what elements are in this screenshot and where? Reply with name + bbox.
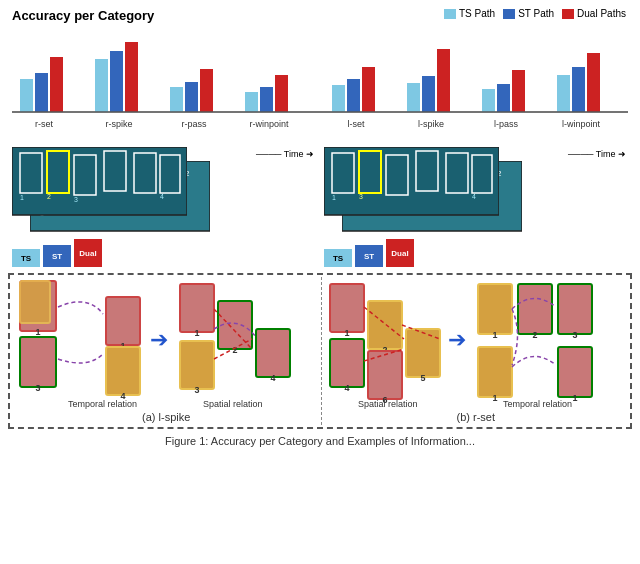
image-section: 2 1 3 1 2 3 4 ──── Time ➜ [0,143,640,271]
svg-rect-63 [330,339,364,387]
svg-text:1: 1 [35,327,40,337]
svg-rect-79 [558,284,592,334]
svg-rect-81 [478,347,512,397]
svg-rect-43 [20,281,50,323]
caption-b: (b) r-set [328,411,625,423]
cat-label-rset: r-set [35,119,53,129]
caption-a: (a) l-spike [18,411,315,423]
right-video-panel: 2 1 3 4 ──── Time ➜ TS ST Dual [324,147,628,267]
bar-st-rpass [185,82,198,112]
bar-st-lspike [422,76,435,112]
relation-panel-lspike: 1 3 1 4 ➔ 1 [12,277,322,425]
svg-rect-75 [478,284,512,334]
bar-dual-lpass [512,70,525,112]
svg-rect-77 [518,284,552,334]
bar-indicators-right: TS ST Dual [324,239,628,267]
cat-label-lpass: l-pass [494,119,519,129]
bar-dual-rset [50,57,63,112]
svg-text:Temporal relation: Temporal relation [68,399,137,409]
bar-ts-rset [20,79,33,112]
lspike-svg: 1 3 1 4 ➔ 1 [18,279,313,409]
svg-text:Temporal relation: Temporal relation [503,399,572,409]
svg-rect-65 [368,301,402,349]
svg-text:1: 1 [492,393,497,403]
svg-text:1: 1 [572,393,577,403]
cat-label-lwinpoint: l-winpoint [562,119,601,129]
svg-rect-44 [106,297,140,345]
bar-st-rset [35,73,48,112]
legend-ts: TS Path [444,8,495,19]
time-arrow-right: ──── Time ➜ [568,149,626,159]
svg-text:1: 1 [332,194,336,201]
bar-dual-lspike [437,49,450,112]
legend: TS Path ST Path Dual Paths [444,8,626,19]
svg-rect-41 [20,337,56,387]
cat-label-rpass: r-pass [181,119,207,129]
legend-st-label: ST Path [518,8,554,19]
svg-text:2: 2 [232,345,237,355]
legend-dual-label: Dual Paths [577,8,626,19]
svg-rect-61 [330,284,364,332]
left-video-panel: 2 1 3 1 2 3 4 ──── Time ➜ [12,147,316,267]
svg-text:4: 4 [160,193,164,200]
svg-text:4: 4 [472,193,476,200]
bar-ts-rwinpoint [245,92,258,112]
svg-rect-49 [180,284,214,332]
svg-rect-83 [558,347,592,397]
bar-st-lset [347,79,360,112]
svg-text:1: 1 [20,194,24,201]
svg-text:Spatial relation: Spatial relation [203,399,263,409]
bar-st-lpass [497,84,510,112]
svg-rect-55 [256,329,290,377]
svg-text:3: 3 [359,193,363,200]
svg-text:2: 2 [532,330,537,340]
bar-st-lwinpoint [572,67,585,112]
front-frame-right: 1 3 4 [324,147,499,219]
svg-text:5: 5 [420,373,425,383]
svg-text:➔: ➔ [150,327,168,352]
bar-ts-lpass [482,89,495,112]
svg-text:Spatial relation: Spatial relation [358,399,418,409]
ts-bar-right: TS [324,249,352,267]
legend-ts-label: TS Path [459,8,495,19]
bar-ts-lset [332,85,345,112]
st-bar-right: ST [355,245,383,267]
front-frame-left: 1 2 3 4 [12,147,187,219]
relation-panels-row: 1 3 1 4 ➔ 1 [12,277,628,425]
bar-ts-rspike [95,59,108,112]
legend-ts-color [444,9,456,19]
dual-bar-left: Dual [74,239,102,267]
chart-section: Accuracy per Category TS Path ST Path Du… [0,0,640,143]
svg-text:3: 3 [74,196,78,203]
svg-rect-69 [406,329,440,377]
bar-chart-svg: r-set r-spike r-pass r-winpoint l-set l-… [12,27,628,137]
bar-dual-rpass [200,69,213,112]
svg-text:3: 3 [572,330,577,340]
cat-label-lset: l-set [347,119,365,129]
cat-label-rwinpoint: r-winpoint [249,119,289,129]
svg-text:3: 3 [194,385,199,395]
legend-dual-color [562,9,574,19]
legend-st: ST Path [503,8,554,19]
svg-text:1: 1 [344,328,349,338]
st-bar-left: ST [43,245,71,267]
legend-st-color [503,9,515,19]
dual-bar-right: Dual [386,239,414,267]
bar-st-rspike [110,51,123,112]
ts-bar-left: TS [12,249,40,267]
svg-text:➔: ➔ [448,327,466,352]
bar-dual-lset [362,67,375,112]
bar-dual-rwinpoint [275,75,288,112]
relation-outer-box: 1 3 1 4 ➔ 1 [8,273,632,429]
bar-ts-lspike [407,83,420,112]
cat-label-lspike: l-spike [418,119,444,129]
legend-dual: Dual Paths [562,8,626,19]
bar-dual-rspike [125,42,138,112]
relation-panel-rset: 1 4 2 6 5 ➔ 1 [322,277,629,425]
cat-label-rspike: r-spike [105,119,132,129]
svg-text:4: 4 [344,383,349,393]
svg-text:2: 2 [47,193,51,200]
svg-text:1: 1 [194,328,199,338]
bottom-caption: Figure 1: Accuracy per Category and Exam… [0,431,640,449]
bar-indicators-left: TS ST Dual [12,239,316,267]
